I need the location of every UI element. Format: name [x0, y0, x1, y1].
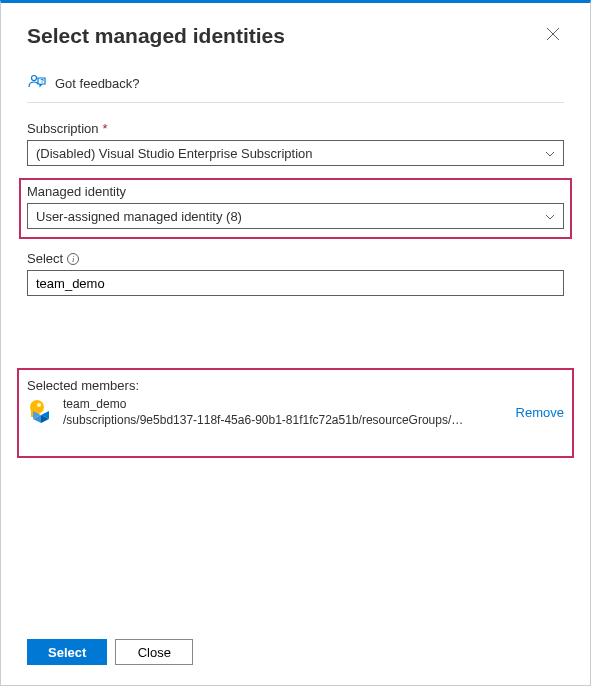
- svg-text:?: ?: [40, 78, 44, 84]
- panel-title: Select managed identities: [27, 24, 285, 48]
- info-icon[interactable]: i: [67, 253, 79, 265]
- select-label: Select i: [27, 251, 564, 266]
- close-button[interactable]: [542, 21, 564, 50]
- required-mark: *: [103, 121, 108, 136]
- close-button-footer[interactable]: Close: [115, 639, 193, 665]
- managed-identity-icon: [27, 397, 55, 428]
- managed-identity-highlight: Managed identity User-assigned managed i…: [19, 178, 572, 239]
- chevron-down-icon: [545, 148, 555, 159]
- selected-members-label: Selected members:: [27, 378, 564, 393]
- member-name: team_demo: [63, 397, 502, 413]
- svg-point-3: [37, 403, 41, 407]
- select-search-input[interactable]: [27, 270, 564, 296]
- subscription-dropdown[interactable]: (Disabled) Visual Studio Enterprise Subs…: [27, 140, 564, 166]
- feedback-text: Got feedback?: [55, 76, 140, 91]
- close-icon: [546, 27, 560, 41]
- select-button[interactable]: Select: [27, 639, 107, 665]
- feedback-icon: ?: [27, 74, 47, 92]
- member-path: /subscriptions/9e5bd137-118f-45a6-90b1-8…: [63, 413, 502, 429]
- selected-members-highlight: Selected members: team_demo /subs: [17, 368, 574, 458]
- svg-point-0: [32, 76, 37, 81]
- subscription-label: Subscription *: [27, 121, 564, 136]
- managed-identity-dropdown[interactable]: User-assigned managed identity (8): [27, 203, 564, 229]
- managed-identity-label: Managed identity: [27, 184, 564, 199]
- chevron-down-icon: [545, 211, 555, 222]
- selected-member-row: team_demo /subscriptions/9e5bd137-118f-4…: [27, 397, 564, 436]
- feedback-link[interactable]: ? Got feedback?: [27, 60, 564, 103]
- managed-identity-value: User-assigned managed identity (8): [36, 209, 242, 224]
- remove-member-link[interactable]: Remove: [516, 405, 564, 420]
- subscription-value: (Disabled) Visual Studio Enterprise Subs…: [36, 146, 313, 161]
